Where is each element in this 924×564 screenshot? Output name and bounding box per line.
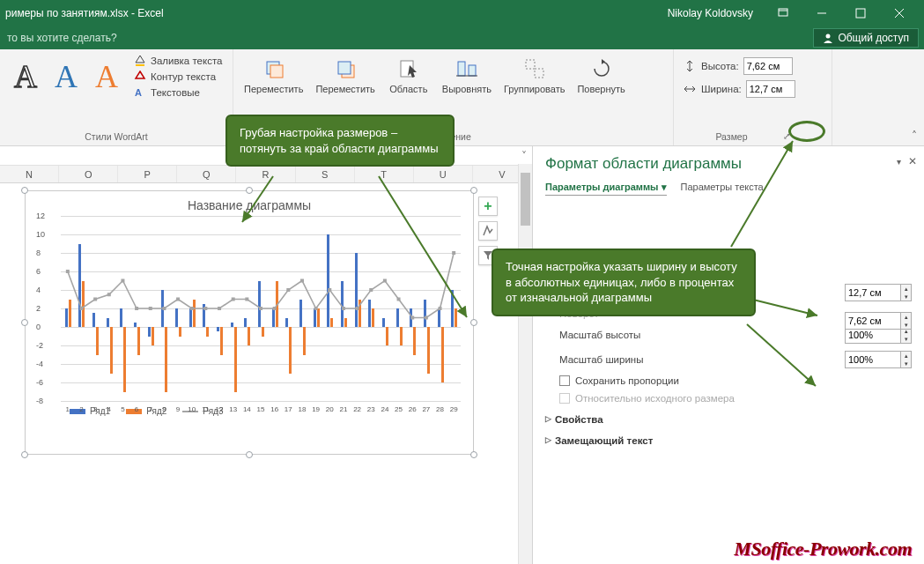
expand-formula-icon[interactable]: ˅ bbox=[521, 150, 527, 162]
content-area: ˅ NOPQRSTUV Название диаграммы -8-6-4-20… bbox=[0, 146, 924, 564]
height-input[interactable] bbox=[743, 57, 793, 75]
chart-styles-button[interactable] bbox=[478, 221, 498, 241]
text-outline-button[interactable]: Контур текста bbox=[134, 69, 222, 85]
column-header[interactable]: T bbox=[355, 166, 414, 182]
minimize-button[interactable] bbox=[802, 0, 841, 26]
resize-handle[interactable] bbox=[21, 451, 28, 458]
watermark: MSoffice-Prowork.com bbox=[734, 538, 912, 560]
column-header[interactable]: Q bbox=[177, 166, 236, 182]
svg-rect-35 bbox=[286, 288, 290, 292]
resize-handle[interactable] bbox=[21, 319, 28, 326]
resize-handle[interactable] bbox=[470, 319, 477, 326]
pane-section-alttext[interactable]: Замещающий текст bbox=[545, 428, 912, 449]
column-headers: NOPQRSTUV bbox=[0, 166, 532, 183]
format-pane: ▾ ✕ Формат области диаграммы Параметры д… bbox=[532, 146, 924, 564]
svg-rect-45 bbox=[425, 316, 428, 320]
chart-elements-button[interactable]: + bbox=[478, 197, 498, 216]
column-header[interactable]: R bbox=[236, 166, 295, 182]
svg-rect-33 bbox=[259, 307, 262, 310]
pane-scale-w-input[interactable] bbox=[845, 351, 901, 368]
group-button[interactable]: Группировать bbox=[499, 53, 571, 99]
svg-rect-22 bbox=[107, 293, 111, 296]
wordart-style-3[interactable]: A bbox=[86, 53, 127, 100]
svg-rect-47 bbox=[452, 251, 455, 255]
svg-rect-40 bbox=[356, 307, 359, 310]
svg-rect-21 bbox=[93, 298, 97, 301]
svg-rect-10 bbox=[270, 65, 283, 78]
height-label: Высота: bbox=[701, 61, 739, 71]
svg-rect-7 bbox=[136, 64, 144, 66]
svg-rect-43 bbox=[397, 298, 401, 301]
pane-close-button[interactable]: ✕ bbox=[908, 155, 917, 167]
close-button[interactable] bbox=[880, 0, 919, 26]
column-header[interactable]: U bbox=[414, 166, 473, 182]
resize-handle[interactable] bbox=[246, 451, 253, 458]
chart-title[interactable]: Название диаграммы bbox=[26, 191, 473, 216]
column-header[interactable]: P bbox=[118, 166, 177, 182]
svg-rect-28 bbox=[190, 307, 194, 310]
svg-rect-37 bbox=[314, 307, 318, 310]
tell-me-bar: то вы хотите сделать? Общий доступ bbox=[0, 26, 924, 49]
pane-height-input[interactable] bbox=[845, 312, 901, 330]
svg-rect-44 bbox=[410, 316, 414, 320]
resize-handle[interactable] bbox=[470, 451, 477, 458]
svg-rect-23 bbox=[121, 279, 124, 283]
user-name: Nikolay Koldovsky bbox=[668, 7, 753, 19]
rotate-button[interactable]: Повернуть bbox=[572, 53, 630, 99]
column-header[interactable]: N bbox=[0, 166, 59, 182]
resize-handle[interactable] bbox=[246, 187, 253, 194]
bring-forward-button[interactable]: Переместить bbox=[239, 53, 308, 99]
column-header[interactable]: S bbox=[296, 166, 355, 182]
align-button[interactable]: Выровнять bbox=[437, 53, 497, 99]
annotation-callout-2: Точная настройка указать ширину и высоту… bbox=[492, 249, 756, 316]
lock-aspect-checkbox[interactable] bbox=[559, 375, 570, 386]
collapse-ribbon-icon[interactable]: ˄ bbox=[912, 130, 917, 142]
resize-handle[interactable] bbox=[470, 187, 477, 194]
selection-pane-button[interactable]: Область bbox=[382, 53, 435, 99]
vertical-scrollbar[interactable] bbox=[518, 164, 532, 564]
window-title: римеры по занятиям.xlsx - Excel bbox=[5, 7, 164, 19]
pane-options-icon[interactable]: ▾ bbox=[897, 157, 901, 167]
svg-rect-24 bbox=[135, 307, 138, 310]
width-label: Ширина: bbox=[701, 84, 742, 94]
height-icon bbox=[683, 59, 697, 73]
send-backward-button[interactable]: Переместить bbox=[310, 53, 380, 99]
svg-rect-26 bbox=[162, 307, 166, 310]
svg-rect-41 bbox=[369, 288, 373, 292]
wordart-style-1[interactable]: A bbox=[5, 53, 46, 100]
maximize-button[interactable] bbox=[841, 0, 880, 26]
svg-rect-19 bbox=[66, 270, 70, 273]
ribbon-options-icon[interactable] bbox=[764, 0, 802, 26]
share-button[interactable]: Общий доступ bbox=[813, 28, 919, 48]
svg-rect-34 bbox=[273, 307, 277, 310]
text-effects-button[interactable]: AТекстовые bbox=[134, 85, 222, 100]
column-header[interactable]: O bbox=[59, 166, 118, 182]
svg-rect-0 bbox=[779, 9, 787, 16]
svg-rect-42 bbox=[383, 279, 387, 283]
svg-rect-29 bbox=[203, 307, 207, 310]
tell-me-text[interactable]: то вы хотите сделать? bbox=[7, 32, 117, 44]
pane-scale-h-label: Масштаб высоты bbox=[559, 330, 845, 340]
lock-aspect-label: Сохранить пропорции bbox=[575, 375, 679, 386]
chart-plot-area[interactable]: -8-6-4-202468101212345678910111213141516… bbox=[61, 216, 461, 401]
person-icon bbox=[823, 33, 833, 43]
svg-rect-14 bbox=[458, 62, 465, 76]
size-group-label: Размер bbox=[715, 131, 747, 142]
svg-rect-30 bbox=[218, 307, 221, 310]
pane-width-input[interactable] bbox=[845, 284, 901, 301]
svg-rect-15 bbox=[469, 65, 476, 76]
tab-chart-options[interactable]: Параметры диаграммы ▾ bbox=[545, 180, 667, 196]
width-input[interactable] bbox=[746, 80, 795, 98]
pane-section-properties[interactable]: Свойства bbox=[545, 407, 912, 428]
svg-rect-25 bbox=[149, 307, 152, 310]
tab-text-options[interactable]: Параметры текста bbox=[681, 180, 764, 196]
worksheet[interactable]: ˅ NOPQRSTUV Название диаграммы -8-6-4-20… bbox=[0, 146, 532, 564]
chart-object[interactable]: Название диаграммы -8-6-4-20246810121234… bbox=[25, 190, 474, 455]
wordart-style-2[interactable]: A bbox=[46, 53, 86, 100]
svg-rect-18 bbox=[535, 69, 543, 78]
resize-handle[interactable] bbox=[21, 187, 28, 194]
text-fill-button[interactable]: Заливка текста bbox=[134, 53, 222, 69]
svg-rect-46 bbox=[439, 307, 442, 310]
width-icon bbox=[683, 82, 697, 96]
ribbon: A A A Заливка текста Контур текста AТекс… bbox=[0, 49, 924, 146]
